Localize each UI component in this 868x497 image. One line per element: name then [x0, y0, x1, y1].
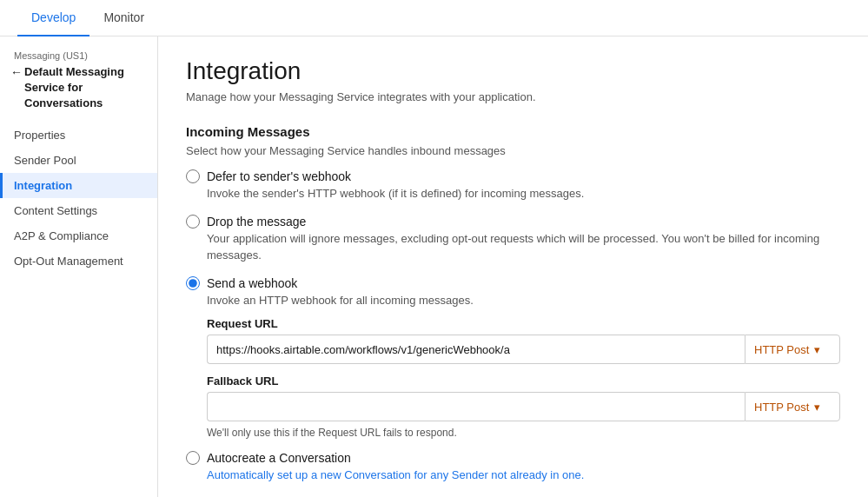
radio-autocreate-description: Automatically set up a new Conversation …	[207, 467, 840, 484]
radio-webhook[interactable]	[186, 276, 200, 290]
radio-defer-label: Defer to sender's webhook	[207, 169, 351, 183]
radio-autocreate[interactable]	[186, 451, 200, 465]
back-arrow-icon[interactable]: ←	[10, 64, 23, 82]
radio-webhook-label: Send a webhook	[207, 276, 297, 290]
tab-monitor[interactable]: Monitor	[89, 0, 158, 36]
content-area: Integration Manage how your Messaging Se…	[158, 36, 868, 497]
sidebar-item-properties[interactable]: Properties	[0, 123, 157, 148]
sidebar-item-sender-pool[interactable]: Sender Pool	[0, 148, 157, 173]
radio-drop-description: Your application will ignore messages, e…	[207, 230, 840, 264]
radio-option-defer: Defer to sender's webhook Invoke the sen…	[186, 169, 840, 202]
radio-autocreate-label: Autocreate a Conversation	[207, 451, 351, 465]
tab-develop[interactable]: Develop	[17, 0, 89, 36]
sidebar-item-opt-out[interactable]: Opt-Out Management	[0, 248, 157, 274]
top-nav: Develop Monitor	[0, 0, 868, 36]
service-name: ← Default Messaging Service for Conversa…	[0, 64, 157, 123]
request-url-method-select[interactable]: HTTP Post ▾	[745, 335, 840, 364]
fallback-url-method-label: HTTP Post	[754, 401, 809, 414]
request-url-input[interactable]	[207, 335, 745, 364]
radio-webhook-description: Invoke an HTTP webhook for all incoming …	[207, 292, 840, 309]
sidebar-item-integration[interactable]: Integration	[0, 173, 157, 198]
request-url-method-chevron-icon: ▾	[814, 343, 820, 356]
radio-option-drop: Drop the message Your application will i…	[186, 215, 840, 264]
incoming-messages-title: Incoming Messages	[186, 124, 840, 139]
webhook-fields: Request URL HTTP Post ▾ Fallback URL HTT…	[207, 317, 840, 439]
request-url-label: Request URL	[207, 317, 840, 330]
request-url-method-label: HTTP Post	[754, 343, 809, 356]
radio-drop[interactable]	[186, 215, 200, 229]
fallback-note: We'll only use this if the Request URL f…	[207, 427, 840, 439]
main-layout: Messaging (US1) ← Default Messaging Serv…	[0, 36, 868, 497]
fallback-url-input[interactable]	[207, 392, 745, 421]
service-region-label: Messaging (US1)	[0, 50, 157, 64]
fallback-url-label: Fallback URL	[207, 374, 840, 388]
fallback-url-method-select[interactable]: HTTP Post ▾	[745, 392, 840, 421]
sidebar: Messaging (US1) ← Default Messaging Serv…	[0, 36, 158, 497]
radio-defer[interactable]	[186, 169, 200, 183]
radio-defer-description: Invoke the sender's HTTP webhook (if it …	[207, 185, 840, 202]
radio-option-webhook: Send a webhook Invoke an HTTP webhook fo…	[186, 276, 840, 440]
request-url-row: HTTP Post ▾	[207, 335, 840, 364]
sidebar-item-content-settings[interactable]: Content Settings	[0, 198, 157, 223]
fallback-url-method-chevron-icon: ▾	[814, 401, 820, 414]
radio-option-autocreate: Autocreate a Conversation Automatically …	[186, 451, 840, 484]
page-subtitle: Manage how your Messaging Service integr…	[186, 90, 840, 103]
incoming-messages-subtitle: Select how your Messaging Service handle…	[186, 144, 840, 157]
sidebar-item-a2p-compliance[interactable]: A2P & Compliance	[0, 223, 157, 248]
page-title: Integration	[186, 57, 840, 85]
fallback-url-row: HTTP Post ▾	[207, 392, 840, 421]
radio-drop-label: Drop the message	[207, 215, 306, 229]
